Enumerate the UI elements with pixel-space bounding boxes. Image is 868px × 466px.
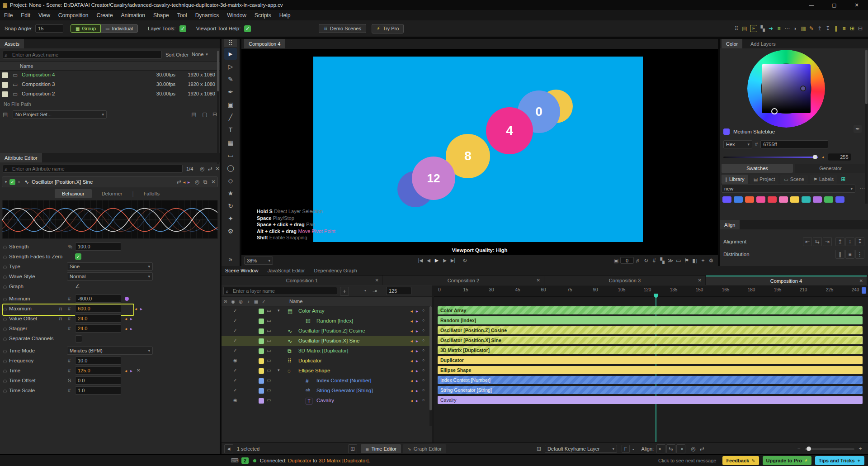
toolbar-f-badge-icon[interactable]: F [750, 25, 757, 32]
viewport-tool-help-checkbox[interactable]: ✓ [244, 25, 251, 32]
rotate-tool[interactable]: ↻ [224, 200, 237, 212]
swatch[interactable] [722, 196, 731, 203]
maximum-input[interactable] [75, 304, 121, 313]
time-scale-input[interactable] [75, 386, 121, 395]
minimize-button[interactable]: — [800, 0, 823, 10]
remove-connection-icon[interactable]: ✕ [137, 368, 140, 373]
hue-marker[interactable] [771, 108, 778, 114]
menu-shape[interactable]: Shape [149, 12, 173, 19]
timeline-bar[interactable]: Oscillator [Position.Z] Cosine [438, 326, 863, 334]
next-key-icon[interactable]: ▸ [416, 398, 418, 403]
current-frame-input[interactable] [386, 287, 411, 295]
label-color-chip[interactable] [259, 368, 264, 374]
jump-to-frame-icon[interactable]: ⇥ [371, 287, 379, 295]
connect-dot[interactable] [3, 360, 7, 363]
behaviour-enabled-checkbox[interactable]: ✓ [9, 179, 15, 185]
next-key-icon[interactable]: ▸ [416, 358, 418, 363]
keyframe-circle-icon[interactable]: ○ [422, 398, 425, 402]
oscillator-header[interactable]: ▾ ✓ ○ ∿ Oscillator [Position.X] Sine ⇄ ◂… [2, 176, 218, 187]
asset-row[interactable]: ▭ Composition 3 30.00fps 1920 x 1080 [0, 80, 220, 90]
keyframe-layer-icon[interactable]: ⊞ [535, 445, 543, 453]
toolbar-pen-icon[interactable]: ✎ [807, 24, 816, 33]
connect-dot[interactable] [3, 266, 7, 269]
align-right-button[interactable]: ⇥ [823, 237, 832, 246]
align-bottom-button[interactable]: ↧ [855, 237, 864, 246]
message-log-icon[interactable]: ⌨ [231, 456, 239, 465]
timeline-zoom-slider[interactable] [805, 448, 854, 450]
frequency-input[interactable] [75, 357, 121, 365]
camera-tool[interactable]: ▣ [224, 99, 237, 110]
viewport-composition-tab[interactable]: Composition 4 [244, 39, 285, 48]
grid-overlay-icon[interactable]: # [650, 257, 658, 265]
composition-3-tab[interactable]: Composition 3✕ [544, 276, 706, 285]
toolbar-grid-layout-icon[interactable]: ⊞ [848, 24, 856, 33]
f-curve-badge[interactable]: F [622, 445, 630, 453]
prev-key-icon[interactable]: ◂ [125, 368, 127, 373]
alpha-stepper-icon[interactable]: ◂ [822, 155, 824, 159]
graph-curve-icon[interactable]: ∠ [75, 283, 80, 290]
render-column-icon[interactable]: ▦ [252, 299, 260, 304]
crosshair-icon[interactable]: + [699, 257, 707, 265]
keyframe-circle-icon[interactable]: ○ [422, 338, 425, 342]
menu-tool[interactable]: Tool [173, 12, 191, 19]
align-left-button[interactable]: ⇤ [803, 237, 812, 246]
swap-connection-icon[interactable]: ⇄ [175, 178, 183, 186]
generator-tab[interactable]: Generator [795, 164, 866, 173]
clear-search-icon[interactable]: ✕ [213, 165, 222, 173]
next-message-link[interactable]: Click to see next message [658, 458, 716, 463]
fast-forward-icon[interactable]: ≫ [666, 257, 675, 265]
toolbar-dots-grid-icon[interactable]: ⠿ [732, 24, 741, 33]
viewport-settings-icon[interactable]: ⚙ [707, 257, 715, 265]
value-offset-input[interactable] [75, 314, 121, 323]
strength-input[interactable] [75, 243, 121, 251]
next-key-icon[interactable]: ▸ [130, 316, 132, 321]
prev-key-icon[interactable]: ◂ [410, 388, 413, 393]
add-layers-tab[interactable]: Add Layers [746, 39, 780, 48]
play-button[interactable]: ▶ [433, 257, 441, 265]
loop-button[interactable]: ↻ [461, 257, 469, 265]
tips-and-tricks-button[interactable]: Tips and Tricks✦ [815, 456, 864, 465]
enabled-checkbox[interactable]: ✓ [233, 348, 237, 353]
message-count-badge[interactable]: 2 [241, 457, 249, 464]
left-panel-scrollbar[interactable] [217, 51, 219, 164]
label-color-chip[interactable] [259, 328, 264, 334]
viewport-canvas[interactable]: 0 4 8 12 Hold S Direct Layer Selection S… [241, 49, 718, 255]
visibility-column-icon[interactable]: ✓ [260, 299, 268, 304]
alpha-slider-handle[interactable] [813, 155, 817, 159]
close-tab-icon[interactable]: ✕ [698, 278, 702, 283]
next-key-icon[interactable]: ▸ [416, 328, 418, 333]
keyframe-circle-icon[interactable]: ○ [422, 358, 425, 362]
outliner-scrollbar[interactable] [429, 306, 432, 426]
frame-all-icon[interactable]: ⊞ [348, 444, 357, 453]
toolbar-export-arrow-icon[interactable]: ➜ [767, 24, 775, 33]
pi-icon[interactable]: π [59, 316, 62, 321]
menu-composition[interactable]: Composition [54, 12, 93, 19]
prev-key-icon[interactable]: ◂ [410, 348, 413, 353]
prev-key-icon[interactable]: ◂ [183, 180, 188, 185]
close-tab-icon[interactable]: ✕ [859, 278, 863, 283]
swatch[interactable] [824, 196, 833, 203]
prev-key-icon[interactable]: ◂ [125, 316, 127, 321]
dependency-graph-tab[interactable]: Dependency Graph [314, 268, 357, 273]
distribute-space-button[interactable]: ⋮ [855, 250, 864, 259]
zoom-out-icon[interactable]: − [795, 445, 803, 453]
connect-dot[interactable] [3, 308, 7, 311]
fades-checkbox[interactable]: ✓ [75, 253, 81, 260]
next-key-icon[interactable]: ▸ [416, 388, 418, 393]
scene-window-tab[interactable]: Scene Window [225, 268, 258, 273]
checker-icon[interactable]: ▚ [658, 257, 666, 265]
layer-row[interactable]: ◉ ▭ T Cavalry ◂ ▸ ○ [222, 396, 432, 406]
prev-key-icon[interactable]: ◂ [410, 398, 413, 403]
tab-deformer[interactable]: Deformer [96, 189, 128, 198]
prev-key-icon[interactable]: ◂ [410, 338, 413, 343]
next-key-icon[interactable]: ▸ [416, 368, 418, 373]
library-tab[interactable]: ∥Library [722, 175, 748, 184]
enabled-checkbox[interactable]: ✓ [233, 318, 237, 323]
next-key-icon[interactable]: ▸ [130, 368, 132, 373]
keyframe-circle-icon[interactable]: ○ [422, 328, 425, 333]
toolbar-align-bottom-icon[interactable]: ↧ [824, 24, 832, 33]
visibility-eye-icon[interactable]: ◉ [233, 358, 237, 363]
settings-tool[interactable]: ⚙ [224, 225, 237, 237]
timeline-ruler[interactable]: 0 15 30 45 60 75 90 105 120 135 150 165 … [434, 285, 868, 297]
layer-search-input[interactable] [223, 287, 337, 295]
